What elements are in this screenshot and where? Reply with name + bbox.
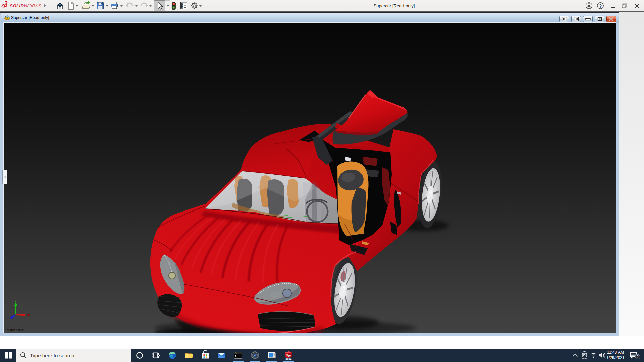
svg-text:?: ? <box>599 3 602 9</box>
svg-text:C:\_: C:\_ <box>235 352 238 354</box>
svg-text:Y: Y <box>14 299 17 303</box>
svg-text:SOLIDWORKS: SOLIDWORKS <box>10 3 41 8</box>
svg-text:2: 2 <box>637 355 639 359</box>
svg-text:2021: 2021 <box>286 357 292 360</box>
svg-text:S: S <box>286 354 288 357</box>
